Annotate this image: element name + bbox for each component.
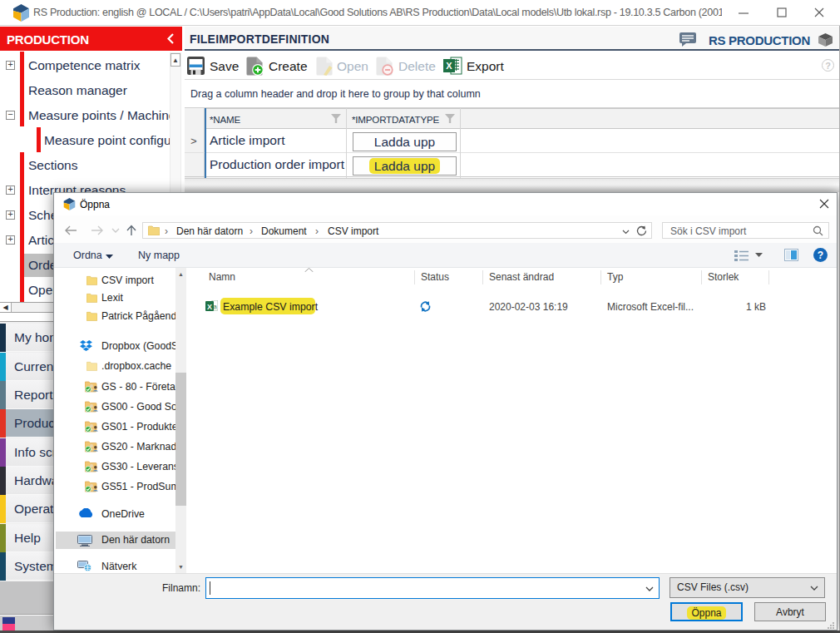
svg-text:X: X (446, 61, 452, 71)
svg-text:?: ? (818, 250, 823, 261)
svg-text:X: X (207, 303, 212, 311)
svg-text:a: a (213, 303, 217, 310)
